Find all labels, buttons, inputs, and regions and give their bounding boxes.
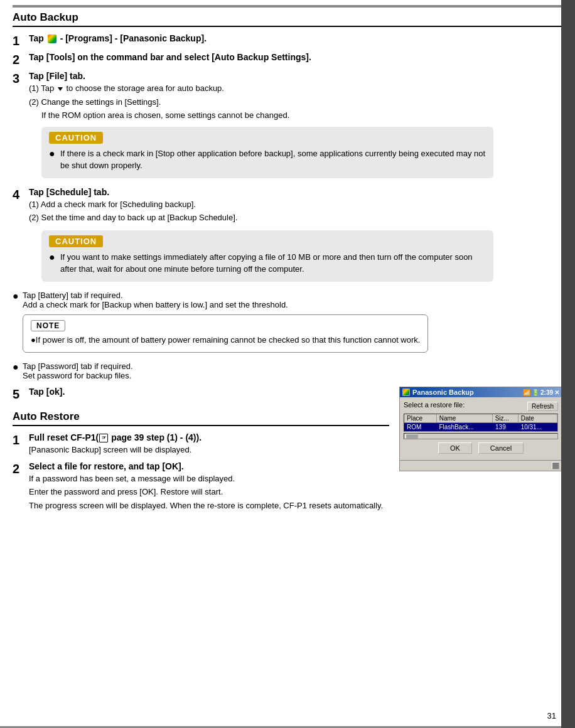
step-4-caution-label: CAUTION [49, 235, 103, 247]
screenshot-window: Panasonic Backup 📶 🔋 2:39 ✕ Select a res… [399, 387, 562, 471]
note-box: NOTE ● If power is off, the amount of ba… [23, 314, 428, 353]
step-4: 4 Tap [Schedule] tab. (1) Add a check ma… [13, 187, 562, 287]
page-ref-icon: ☞ [99, 434, 108, 442]
step-2-number: 2 [13, 52, 26, 67]
note-text: If power is off, the amount of battery p… [36, 334, 421, 346]
auto-restore-title: Auto Restore [13, 410, 389, 426]
step-3-sub-2: (2) Change the settings in [Settings]. [29, 96, 562, 109]
step-2-text: Tap [Tools] on the command bar and selec… [29, 52, 311, 62]
win-titlebar: Panasonic Backup 📶 🔋 2:39 ✕ [400, 387, 562, 397]
row-place: ROM [404, 423, 436, 431]
top-border [13, 5, 562, 8]
step-3-indent: If the ROM option area is chosen, some s… [41, 109, 562, 122]
win-cancel-button[interactable]: Cancel [478, 442, 524, 454]
step-1-number: 1 [13, 33, 26, 48]
win-title-text: Panasonic Backup [412, 388, 474, 396]
restore-step-2-content: Select a file for restore, and tap [OK].… [29, 461, 389, 513]
step-4-caution-item: ● If you want to make settings immediate… [49, 251, 486, 276]
step-3-caution-label: CAUTION [49, 132, 103, 144]
win-time-text: 2:39 [540, 389, 553, 396]
step-5: 5 Tap [ok]. [13, 387, 389, 402]
win-scrollbar-thumb [406, 434, 418, 439]
arrow-down-icon [58, 87, 63, 91]
win-bottom-bar [400, 460, 562, 471]
step-2: 2 Tap [Tools] on the command bar and sel… [13, 52, 562, 67]
step-4-content: Tap [Schedule] tab. (1) Add a check mark… [29, 187, 562, 287]
restore-step-1-text: Full reset CF-P1(☞ page 39 step (1) - (4… [29, 432, 202, 442]
step-4-number: 4 [13, 187, 26, 202]
step5-left: 5 Tap [ok]. Auto Restore 1 Full reset CF… [13, 387, 389, 517]
col-header-size: Siz... [493, 414, 519, 422]
right-sidebar-bar [561, 0, 575, 728]
caution-bullet-2: ● [49, 250, 58, 265]
battery-line1: Tap [Battery] tab if required. [23, 291, 562, 300]
page-number: 31 [547, 711, 556, 720]
note-item: ● If power is off, the amount of battery… [31, 334, 420, 346]
password-line2: Set password for backup files. [23, 371, 562, 380]
win-footer: OK Cancel [404, 439, 558, 456]
step-5-number: 5 [13, 387, 26, 402]
programs-icon [48, 35, 56, 43]
battery-line2: Add a check mark for [Backup when batter… [23, 300, 562, 309]
step-4-sub-2: (2) Set the time and day to back up at [… [29, 211, 562, 224]
step-4-caution-text: If you want to make settings immediately… [60, 251, 486, 276]
step-5-text: Tap [ok]. [29, 387, 65, 397]
battery-bullet-section: ● Tap [Battery] tab if required. Add a c… [13, 291, 562, 358]
win-titlebar-icons: 📶 🔋 2:39 ✕ [523, 389, 559, 396]
win-battery-icon: 🔋 [532, 389, 539, 396]
note-label: NOTE [31, 320, 65, 331]
win-refresh-button[interactable]: Refresh [527, 402, 558, 411]
win-keyboard-icon[interactable] [552, 462, 559, 469]
step-4-caution-box: CAUTION ● If you want to make settings i… [41, 230, 493, 282]
step-3-subs: (1) Tap to choose the storage area for a… [29, 82, 562, 122]
restore-sub-1: If a password has been set, a message wi… [29, 473, 389, 485]
step-3-content: Tap [File] tab. (1) Tap to choose the st… [29, 71, 562, 183]
step-3-caution-text: If there is a check mark in [Stop other … [60, 147, 486, 172]
restore-step-1-sub-p: [Panasonic Backup] screen will be displa… [29, 444, 389, 456]
restore-sub-3: The progress screen will be displayed. W… [29, 500, 389, 512]
password-bullet: ● [13, 361, 23, 373]
row-name: FlashBack... [436, 423, 493, 431]
win-antenna-icon: 📶 [523, 389, 530, 396]
step-1-content: Tap - [Programs] - [Panasonic Backup]. [29, 33, 562, 43]
win-ok-icon: ✕ [554, 389, 559, 396]
win-app-icon [402, 388, 410, 396]
win-scrollbar-horizontal[interactable] [404, 433, 558, 439]
step-4-sub-1: (1) Add a check mark for [Scheduling bac… [29, 198, 562, 211]
password-line1: Tap [Password] tab if required. [23, 361, 562, 371]
step-3-number: 3 [13, 71, 26, 86]
step-3-caution-item: ● If there is a check mark in [Stop othe… [49, 147, 486, 172]
win-titlebar-left: Panasonic Backup [402, 388, 474, 396]
step-3-text: Tap [File] tab. [29, 71, 85, 81]
win-listbox-header: Place Name Siz... Date [404, 414, 557, 423]
step-1: 1 Tap - [Programs] - [Panasonic Backup]. [13, 33, 562, 48]
battery-content: Tap [Battery] tab if required. Add a che… [23, 291, 562, 358]
row-size: 139 [493, 423, 519, 431]
step-2-content: Tap [Tools] on the command bar and selec… [29, 52, 562, 62]
col-header-place: Place [404, 414, 437, 422]
row-date: 10/31... [519, 423, 557, 431]
win-listbox: Place Name Siz... Date ROM FlashBack... … [404, 414, 558, 432]
step-3: 3 Tap [File] tab. (1) Tap to choose the … [13, 71, 562, 183]
restore-step-2: 2 Select a file for restore, and tap [OK… [13, 461, 389, 513]
win-ok-button[interactable]: OK [438, 442, 472, 454]
restore-step-2-number: 2 [13, 461, 26, 476]
screenshot-window-col: Panasonic Backup 📶 🔋 2:39 ✕ Select a res… [399, 387, 562, 471]
restore-sub-2: Enter the password and press [OK]. Resto… [29, 486, 389, 498]
auto-backup-title: Auto Backup [13, 11, 562, 27]
step-3-sub-1: (1) Tap to choose the storage area for a… [29, 82, 562, 95]
step5-row: 5 Tap [ok]. Auto Restore 1 Full reset CF… [13, 387, 562, 517]
win-body: Select a restore file: Refresh Place Nam… [400, 397, 562, 460]
restore-step-2-subs: If a password has been set, a message wi… [29, 473, 389, 512]
password-bullet-section: ● Tap [Password] tab if required. Set pa… [13, 361, 562, 380]
win-select-label: Select a restore file: [404, 401, 465, 409]
caution-bullet-1: ● [49, 146, 58, 161]
win-listbox-row[interactable]: ROM FlashBack... 139 10/31... [404, 423, 557, 431]
restore-step-1-content: Full reset CF-P1(☞ page 39 step (1) - (4… [29, 432, 389, 458]
step-3-caution-box: CAUTION ● If there is a check mark in [S… [41, 127, 493, 178]
battery-bullet: ● [13, 291, 23, 302]
note-bullet: ● [31, 334, 36, 346]
step-4-subs: (1) Add a check mark for [Scheduling bac… [29, 198, 562, 224]
col-header-name: Name [437, 414, 493, 422]
password-content: Tap [Password] tab if required. Set pass… [23, 361, 562, 380]
